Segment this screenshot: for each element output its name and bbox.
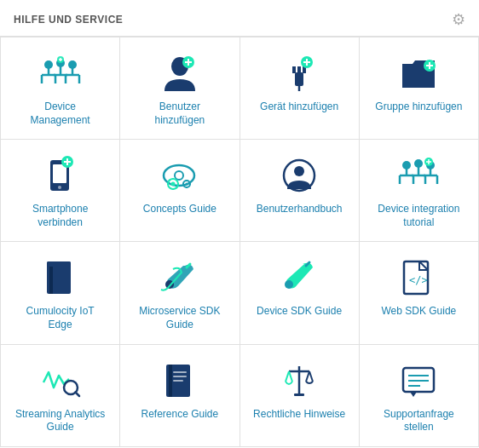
svg-point-75 [285, 280, 293, 289]
grid-item-concepts-guide[interactable]: Concepts Guide [120, 140, 240, 242]
svg-point-48 [185, 183, 188, 186]
svg-line-79 [75, 392, 79, 396]
concepts-guide-label: Concepts Guide [143, 203, 216, 216]
reference-guide-icon [159, 360, 200, 401]
gerat-hinzufuegen-icon [279, 53, 320, 94]
grid-item-web-sdk-guide[interactable]: </> Web SDK Guide [360, 242, 479, 344]
streaming-analytics-guide-icon [40, 360, 81, 401]
help-and-service-page: HILFE UND SERVICE ⚙ [0, 0, 479, 447]
grid-item-smartphone-verbinden[interactable]: Smartphoneverbinden [1, 140, 120, 242]
grid-item-gruppe-hinzufuegen[interactable]: Gruppe hinzufügen [360, 37, 479, 140]
svg-rect-22 [292, 66, 296, 73]
svg-point-33 [58, 186, 61, 189]
cumulocity-iot-edge-label: Cumulocity IoTEdge [26, 305, 95, 331]
microservice-sdk-guide-icon [159, 257, 200, 298]
svg-rect-81 [169, 365, 172, 397]
svg-line-45 [169, 180, 170, 181]
grid-item-device-integration-tutorial[interactable]: Device integrationtutorial [360, 140, 479, 242]
grid-item-cumulocity-iot-edge[interactable]: Cumulocity IoTEdge [1, 242, 120, 344]
grid-item-gerat-hinzufuegen[interactable]: Gerät hinzufügen [240, 37, 360, 140]
cumulocity-iot-edge-icon [40, 257, 81, 298]
microservice-sdk-guide-label: Microservice SDKGuide [139, 305, 220, 331]
gruppe-hinzufuegen-label: Gruppe hinzufügen [375, 101, 462, 114]
benutzer-hinzufuegen-label: Benutzerhinzufügen [155, 101, 205, 127]
svg-point-54 [294, 166, 304, 176]
benutzer-hinzufuegen-icon [159, 53, 200, 94]
grid-item-reference-guide[interactable]: Reference Guide [120, 345, 240, 447]
grid-item-device-management[interactable]: DeviceManagement [1, 37, 120, 140]
reference-guide-label: Reference Guide [141, 408, 219, 422]
rechtliche-hinweise-icon [279, 360, 320, 401]
svg-rect-32 [53, 164, 66, 183]
svg-rect-20 [295, 72, 303, 86]
supportanfrage-stellen-label: Supportanfragestellen [384, 408, 454, 434]
svg-point-38 [175, 171, 183, 180]
svg-rect-73 [47, 261, 71, 267]
svg-line-46 [176, 187, 177, 189]
benutzerhandbuch-icon [279, 155, 320, 196]
concepts-guide-icon [159, 155, 200, 196]
grid-item-rechtliche-hinweise[interactable]: Rechtliche Hinweise [240, 345, 360, 447]
svg-rect-91 [294, 393, 304, 396]
settings-icon[interactable]: ⚙ [452, 10, 465, 29]
grid-item-microservice-sdk-guide[interactable]: Microservice SDKGuide [120, 242, 240, 344]
grid-item-benutzer-hinzufuegen[interactable]: Benutzerhinzufügen [120, 37, 240, 140]
svg-line-89 [306, 371, 309, 382]
grid-item-benutzerhandbuch[interactable]: Benutzerhandbuch [240, 140, 360, 242]
benutzerhandbuch-label: Benutzerhandbuch [257, 203, 343, 216]
device-integration-tutorial-icon [398, 155, 439, 196]
gerat-hinzufuegen-label: Gerät hinzufügen [260, 101, 338, 114]
device-management-label: DeviceManagement [31, 101, 90, 127]
svg-text:</>: </> [409, 274, 428, 286]
device-sdk-guide-icon [279, 257, 320, 298]
grid-item-streaming-analytics-guide[interactable]: Streaming AnalyticsGuide [1, 345, 120, 447]
smartphone-verbinden-icon [40, 155, 81, 196]
supportanfrage-stellen-icon [398, 360, 439, 401]
device-integration-tutorial-label: Device integrationtutorial [378, 203, 459, 229]
grid-item-device-sdk-guide[interactable]: Device SDK Guide [240, 242, 360, 344]
svg-line-90 [309, 371, 313, 382]
svg-line-87 [286, 371, 289, 382]
device-sdk-guide-label: Device SDK Guide [257, 305, 342, 319]
streaming-analytics-guide-label: Streaming AnalyticsGuide [15, 408, 105, 434]
grid-item-supportanfrage-stellen[interactable]: Supportanfragestellen [360, 345, 479, 447]
rechtliche-hinweise-label: Rechtliche Hinweise [253, 408, 345, 422]
svg-rect-83 [173, 376, 187, 377]
web-sdk-guide-icon: </> [398, 257, 439, 298]
web-sdk-guide-label: Web SDK Guide [381, 305, 456, 319]
svg-rect-21 [297, 66, 301, 73]
items-grid: DeviceManagement Benutzerhinzufügen [0, 37, 479, 447]
smartphone-verbinden-label: Smartphoneverbinden [32, 203, 88, 229]
page-title: HILFE UND SERVICE [14, 14, 123, 26]
gruppe-hinzufuegen-icon [398, 53, 439, 94]
svg-point-40 [170, 182, 175, 187]
header: HILFE UND SERVICE ⚙ [0, 0, 479, 37]
device-management-icon [40, 53, 81, 94]
svg-rect-84 [173, 380, 183, 382]
svg-rect-82 [173, 371, 187, 373]
svg-line-88 [289, 371, 292, 382]
